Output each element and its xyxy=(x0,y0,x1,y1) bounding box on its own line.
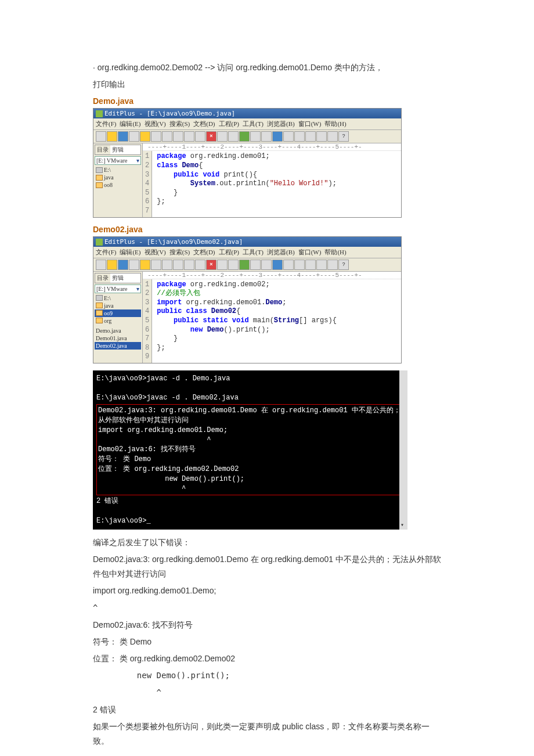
file-item[interactable]: Demo02.java xyxy=(95,342,141,350)
scrollbar[interactable] xyxy=(399,370,407,530)
save-icon[interactable] xyxy=(118,131,128,142)
open-icon[interactable] xyxy=(107,131,117,142)
tree-item[interactable]: java xyxy=(95,174,141,181)
menu-item[interactable]: 浏览器(B) xyxy=(267,120,295,127)
copy-icon[interactable] xyxy=(184,260,194,270)
menu-item[interactable]: 视图(V) xyxy=(145,120,166,127)
delete-icon[interactable]: × xyxy=(206,131,217,142)
undo-icon[interactable] xyxy=(217,131,228,142)
code-text[interactable]: package org.redking.demo01; class Demo{ … xyxy=(152,151,341,217)
menu-item[interactable]: 窗口(W) xyxy=(298,120,322,127)
goto-icon[interactable] xyxy=(261,260,272,270)
undo-icon[interactable] xyxy=(217,260,228,270)
menu-bar[interactable]: 文件(F)编辑(E)视图(V)搜索(S)文档(D)工程(P)工具(T)浏览器(B… xyxy=(93,247,401,258)
ruler-icon[interactable] xyxy=(305,131,316,142)
file-item[interactable]: Demo01.java xyxy=(95,334,141,342)
side-tabs[interactable]: 目录剪辑 xyxy=(95,273,141,283)
tree-item[interactable]: oo9 xyxy=(95,309,141,317)
saveall-icon[interactable] xyxy=(129,131,139,142)
menu-item[interactable]: 浏览器(B) xyxy=(267,249,295,255)
tree-item[interactable]: org xyxy=(95,317,141,325)
code-area[interactable]: ----+----1----+----2----+----3----+----4… xyxy=(143,272,401,363)
bullet: · xyxy=(93,63,95,72)
preview-icon[interactable] xyxy=(162,260,172,270)
menu-item[interactable]: 搜索(S) xyxy=(169,249,190,255)
menu-item[interactable]: 帮助(H) xyxy=(324,120,346,127)
file-item[interactable]: Demo.java xyxy=(95,327,141,334)
redo-icon[interactable] xyxy=(228,131,239,142)
menu-item[interactable]: 工程(P) xyxy=(219,120,239,127)
menu-item[interactable]: 搜索(S) xyxy=(169,120,190,127)
replace-icon[interactable] xyxy=(250,131,261,142)
explain-p3: import org.redking.demo01.Demo; xyxy=(93,584,441,598)
saveall-icon[interactable] xyxy=(129,260,139,270)
explain-p8: new Demo().print(); xyxy=(93,668,441,683)
cfg-icon[interactable] xyxy=(316,131,327,142)
help-icon[interactable]: ? xyxy=(338,131,349,142)
cut-icon[interactable] xyxy=(173,131,183,142)
menu-item[interactable]: 工具(T) xyxy=(243,120,264,127)
browser-icon[interactable] xyxy=(327,260,338,270)
paste-icon[interactable] xyxy=(195,131,205,142)
print-icon[interactable] xyxy=(151,260,161,270)
code-area[interactable]: ----+----1----+----2----+----3----+----4… xyxy=(143,143,401,217)
tab-clip[interactable]: 剪辑 xyxy=(110,273,125,283)
folder-icon[interactable] xyxy=(140,131,150,142)
tree-item[interactable]: oo8 xyxy=(95,181,141,189)
cut-icon[interactable] xyxy=(173,260,183,270)
paste-icon[interactable] xyxy=(195,260,205,270)
menu-item[interactable]: 文档(D) xyxy=(193,120,215,127)
find-icon[interactable] xyxy=(239,260,250,270)
copy-icon[interactable] xyxy=(184,131,194,142)
wrap-icon[interactable] xyxy=(283,131,294,142)
help-icon[interactable]: ? xyxy=(338,260,349,270)
drive-icon xyxy=(96,167,103,173)
side-tabs[interactable]: 目录剪辑 xyxy=(95,145,141,155)
explain-p6: 符号： 类 Demo xyxy=(93,635,441,649)
menu-item[interactable]: 视图(V) xyxy=(145,249,166,255)
ruler-icon[interactable] xyxy=(305,260,316,270)
toolbar[interactable]: ×? xyxy=(93,130,401,143)
menu-item[interactable]: 文件(F) xyxy=(96,120,116,127)
tab-dir[interactable]: 目录 xyxy=(95,145,110,154)
print-icon[interactable] xyxy=(151,131,161,142)
gutter: 123456789 xyxy=(143,279,152,363)
cfg-icon[interactable] xyxy=(316,260,327,270)
preview-icon[interactable] xyxy=(162,131,172,142)
menu-item[interactable]: 帮助(H) xyxy=(324,249,346,255)
open-icon[interactable] xyxy=(107,260,117,270)
menu-item[interactable]: 工程(P) xyxy=(219,249,239,255)
menu-bar[interactable]: 文件(F)编辑(E)视图(V)搜索(S)文档(D)工程(P)工具(T)浏览器(B… xyxy=(93,118,401,130)
tab-dir[interactable]: 目录 xyxy=(95,273,110,283)
code-text[interactable]: package org.redking.demo02; //必须导入包 impo… xyxy=(152,279,341,363)
redo-icon[interactable] xyxy=(228,260,239,270)
drive-combo[interactable]: [E:] VMware xyxy=(95,156,141,165)
num-icon[interactable] xyxy=(294,131,305,142)
wrap-icon[interactable] xyxy=(283,260,294,270)
bold-icon[interactable] xyxy=(272,260,283,270)
drive-combo[interactable]: [E:] VMware xyxy=(95,285,141,293)
menu-item[interactable]: 窗口(W) xyxy=(298,249,322,255)
menu-item[interactable]: 文档(D) xyxy=(193,249,215,255)
tab-clip[interactable]: 剪辑 xyxy=(110,145,125,154)
folder-icon[interactable] xyxy=(140,260,150,270)
menu-item[interactable]: 编辑(E) xyxy=(120,120,140,127)
browser-icon[interactable] xyxy=(327,131,338,142)
bold-icon[interactable] xyxy=(272,131,283,142)
menu-item[interactable]: 文件(F) xyxy=(96,249,116,255)
tree-item[interactable]: E:\ xyxy=(95,166,141,174)
new-icon[interactable] xyxy=(96,131,106,142)
menu-item[interactable]: 编辑(E) xyxy=(120,249,140,255)
menu-item[interactable]: 工具(T) xyxy=(243,249,264,255)
app-icon xyxy=(96,110,103,117)
goto-icon[interactable] xyxy=(261,131,272,142)
tree-item[interactable]: java xyxy=(95,302,141,309)
save-icon[interactable] xyxy=(118,260,128,270)
replace-icon[interactable] xyxy=(250,260,261,270)
toolbar[interactable]: ×? xyxy=(93,258,401,272)
delete-icon[interactable]: × xyxy=(206,260,217,270)
find-icon[interactable] xyxy=(239,131,250,142)
new-icon[interactable] xyxy=(96,260,106,270)
tree-item[interactable]: E:\ xyxy=(95,294,141,302)
num-icon[interactable] xyxy=(294,260,305,270)
